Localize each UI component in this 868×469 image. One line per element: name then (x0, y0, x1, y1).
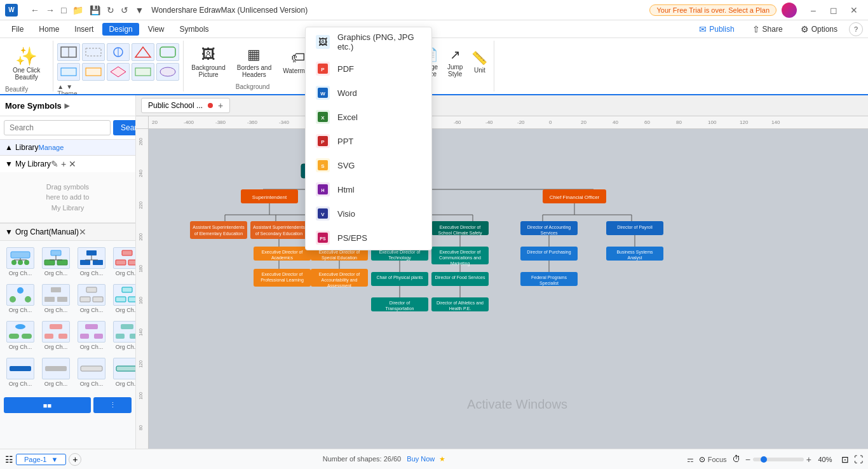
zoom-in-btn[interactable]: + (806, 454, 811, 465)
export-html-btn[interactable]: H Html (306, 177, 431, 201)
add-tab-btn[interactable]: + (218, 100, 223, 111)
shape-thumb-7[interactable] (82, 63, 105, 81)
menu-home[interactable]: Home (32, 23, 65, 36)
menu-insert[interactable]: Insert (68, 23, 100, 36)
canvas-tab[interactable]: Public School ... + (141, 98, 230, 113)
minimize-btn[interactable]: – (804, 4, 822, 17)
zoom-slider-thumb[interactable] (761, 456, 767, 463)
list-item[interactable]: Org Ch... (4, 282, 37, 316)
list-item[interactable]: Org Ch... (4, 245, 37, 279)
zoom-out-btn[interactable]: − (745, 454, 750, 465)
save-btn[interactable]: 💾 (87, 4, 103, 17)
undo-btn[interactable]: ↻ (104, 4, 117, 17)
export-pdf-btn[interactable]: P PDF (306, 57, 431, 81)
shape-label: Org Ch... (9, 344, 32, 350)
list-item[interactable]: Org Ch... (39, 355, 72, 390)
beautify-btn[interactable]: ✨ One ClickBeautify (5, 41, 48, 86)
my-library-header[interactable]: ▼ My Library ✎ + ✕ (0, 156, 135, 172)
list-item[interactable]: Org Ch... (111, 318, 135, 353)
timer-btn[interactable]: ⏱ (732, 454, 740, 464)
svg-rect-52 (121, 324, 133, 329)
shape-preview (42, 358, 70, 379)
publish-label: Publish (709, 25, 734, 34)
fit-page-btn[interactable]: ⊡ (841, 454, 849, 465)
menu-design[interactable]: Design (102, 23, 139, 36)
list-item[interactable]: Org Ch... (4, 318, 37, 353)
export-graphics-btn[interactable]: 🖼 Graphics (PNG, JPG etc.) (306, 27, 431, 57)
list-item[interactable]: Org Ch... (75, 355, 108, 390)
export-word-btn[interactable]: W Word (306, 81, 431, 105)
list-item[interactable]: Org Ch... (39, 318, 72, 353)
blue-action-btn-2[interactable]: ⋮ (93, 397, 132, 413)
collapse-sidebar-btn[interactable]: ► (62, 99, 73, 112)
list-item[interactable]: Org Ch... (39, 245, 72, 279)
library-header[interactable]: ▲ Library Manage (0, 140, 135, 156)
my-library-add-btn[interactable]: + (61, 159, 66, 169)
export-ps-btn[interactable]: PS PS/EPS (306, 226, 431, 250)
buy-now-btn[interactable]: Buy Now (407, 455, 435, 463)
redo-btn[interactable]: ↺ (118, 4, 131, 17)
shape-thumb-10[interactable] (156, 63, 179, 81)
unit-btn[interactable]: 📏 Unit (468, 48, 491, 76)
shape-thumb-9[interactable] (132, 63, 154, 81)
svg-rect-58 (116, 366, 135, 371)
list-item[interactable]: Org Ch... (39, 282, 72, 316)
blue-action-btn-1[interactable]: ■■ (4, 397, 91, 413)
export-excel-btn[interactable]: X Excel (306, 105, 431, 129)
menu-file[interactable]: File (5, 23, 30, 36)
list-item[interactable]: Org Ch... (111, 355, 135, 390)
list-item[interactable]: Org Ch... (111, 245, 135, 279)
export-visio-btn[interactable]: V Visio (306, 201, 431, 226)
shape-thumb-3[interactable] (107, 43, 130, 61)
menu-view[interactable]: View (142, 23, 171, 36)
list-item[interactable]: Org Ch... (75, 282, 108, 316)
jump-style-btn[interactable]: ↗ JumpStyle (444, 44, 466, 80)
shape-thumb-1[interactable] (57, 43, 80, 61)
borders-headers-btn[interactable]: ▦ Borders andHeaders (232, 44, 276, 81)
svg-rect-20 (57, 260, 67, 265)
quick-access-btn[interactable]: ▼ (132, 4, 146, 17)
share-btn[interactable]: ⇧ Share (746, 22, 789, 36)
org-section-header[interactable]: ▼ Org Chart(Manual) ✕ (0, 224, 135, 241)
canvas-scroll[interactable]: CEO Board of Executives Super (149, 129, 868, 449)
svg-text:Technology: Technology (388, 255, 411, 261)
shape-thumb-5[interactable] (156, 43, 179, 61)
main-layout: More Symbols ► Search ▲ Library Manage ▼… (0, 95, 868, 449)
menu-symbols[interactable]: Symbols (173, 23, 215, 36)
my-library-edit-btn[interactable]: ✎ (51, 159, 58, 169)
shape-thumb-8[interactable] (107, 63, 130, 81)
search-btn[interactable]: Search (113, 120, 136, 135)
shape-thumb-2[interactable] (82, 43, 105, 61)
left-sidebar: More Symbols ► Search ▲ Library Manage ▼… (0, 95, 136, 449)
layers-btn[interactable]: ⚎ (687, 455, 694, 464)
add-page-btn[interactable]: + (69, 453, 81, 466)
manage-btn[interactable]: Manage (39, 144, 64, 151)
publish-btn[interactable]: ✉ Publish (693, 22, 740, 36)
help-btn[interactable]: ? (849, 22, 863, 36)
focus-icon-btn[interactable]: ⊙ (699, 455, 705, 464)
back-btn[interactable]: ← (28, 4, 42, 17)
search-input[interactable] (4, 120, 111, 135)
shape-thumb-4[interactable] (132, 43, 154, 61)
background-picture-btn[interactable]: 🖼 BackgroundPicture (186, 44, 230, 81)
options-btn[interactable]: ⚙ Options (794, 22, 844, 36)
list-item[interactable]: Org Ch... (4, 355, 37, 390)
layout-btn[interactable]: ☷ (5, 454, 13, 465)
export-svg-btn[interactable]: S SVG (306, 153, 431, 177)
restore-btn[interactable]: ◻ (825, 4, 843, 17)
my-library-close-btn[interactable]: ✕ (69, 159, 76, 169)
svg-rect-50 (80, 334, 89, 339)
org-close-btn[interactable]: ✕ (79, 227, 86, 237)
export-ppt-btn[interactable]: P PPT (306, 129, 431, 153)
forward-btn[interactable]: → (43, 4, 57, 17)
close-btn[interactable]: ✕ (845, 4, 863, 17)
list-item[interactable]: Org Ch... (75, 318, 108, 353)
folder-btn[interactable]: 📁 (70, 4, 86, 17)
fullscreen-btn[interactable]: ⛶ (854, 454, 863, 465)
page-tab-1[interactable]: Page-1 ▼ (16, 454, 66, 465)
list-item[interactable]: Org Ch... (75, 245, 108, 279)
shape-thumb-6[interactable] (57, 63, 80, 81)
trial-badge[interactable]: Your Free Trial is over. Select a Plan (649, 4, 776, 16)
list-item[interactable]: Org Ch... (111, 282, 135, 316)
maximize-btn[interactable]: □ (58, 4, 69, 17)
